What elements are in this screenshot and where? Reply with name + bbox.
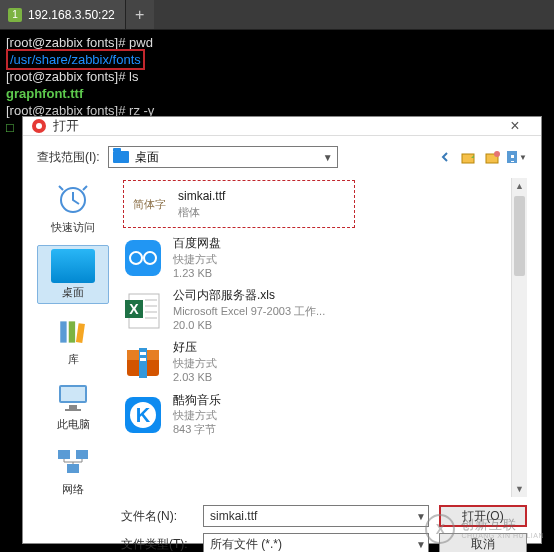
file-subtext: 2.03 KB xyxy=(173,370,217,384)
nav-newfolder-button[interactable] xyxy=(483,147,503,167)
file-subtext: 快捷方式 xyxy=(173,408,221,422)
watermark-logo-icon: X xyxy=(425,514,455,544)
terminal-file: graphfont.ttf xyxy=(6,86,83,101)
file-subtext: Microsoft Excel 97-2003 工作... xyxy=(173,304,325,318)
watermark-text: 创新互联 xyxy=(461,517,517,532)
svg-point-20 xyxy=(145,253,155,263)
file-name: simkai.ttf xyxy=(178,189,225,205)
svg-point-19 xyxy=(131,253,141,263)
file-name: 公司内部服务器.xls xyxy=(173,288,325,304)
file-item[interactable]: 百度网盘 快捷方式 1.23 KB xyxy=(121,232,523,284)
watermark-subtext: CHUANG XIN HU LIAN xyxy=(461,532,544,540)
terminal-cursor-line: □ xyxy=(6,120,14,135)
terminal-tab-bar: 1 192.168.3.50:22 + xyxy=(0,0,554,30)
terminal-cmd: pwd xyxy=(129,35,153,50)
file-subtext: 843 字节 xyxy=(173,422,221,436)
svg-rect-27 xyxy=(140,352,146,355)
places-sidebar: 快速访问 桌面 库 此电脑 网络 xyxy=(37,176,109,499)
chevron-down-icon: ▼ xyxy=(323,152,333,163)
svg-rect-15 xyxy=(67,464,79,473)
dialog-titlebar: 打开 × xyxy=(23,117,541,136)
file-subtext: 20.0 KB xyxy=(173,318,325,332)
haozip-icon xyxy=(123,342,163,382)
highlighted-path: /usr/share/zabbix/fonts xyxy=(6,49,145,70)
sidebar-quick-access[interactable]: 快速访问 xyxy=(37,180,109,237)
app-icon xyxy=(31,118,47,134)
file-subtext: 快捷方式 xyxy=(173,356,217,370)
svg-text:K: K xyxy=(136,404,151,426)
svg-rect-6 xyxy=(60,321,66,342)
scroll-thumb[interactable] xyxy=(514,196,525,276)
file-list-scrollbar[interactable]: ▲ ▼ xyxy=(511,178,527,497)
svg-rect-8 xyxy=(76,323,85,343)
nav-up-button[interactable] xyxy=(459,147,479,167)
lookin-value: 桌面 xyxy=(135,149,159,166)
filename-input[interactable]: simkai.ttf▼ xyxy=(203,505,429,527)
tab-title: 192.168.3.50:22 xyxy=(28,8,115,22)
svg-rect-13 xyxy=(58,450,70,459)
svg-rect-11 xyxy=(69,405,77,409)
filetype-dropdown[interactable]: 所有文件 (*.*)▼ xyxy=(203,533,429,552)
file-subtext: 1.23 KB xyxy=(173,266,221,280)
svg-rect-2 xyxy=(462,154,474,163)
svg-rect-12 xyxy=(65,409,81,411)
folder-icon xyxy=(113,151,129,163)
filetype-label: 文件类型(T): xyxy=(121,536,193,553)
svg-point-1 xyxy=(36,123,42,129)
file-item-simkai[interactable]: 简体字 simkai.ttf 楷体 xyxy=(123,180,355,228)
dialog-title: 打开 xyxy=(53,117,495,135)
filename-label: 文件名(N): xyxy=(121,508,193,525)
file-name: 好压 xyxy=(173,340,217,356)
file-subtext: 快捷方式 xyxy=(173,252,221,266)
svg-rect-14 xyxy=(76,450,88,459)
font-file-icon: 简体字 xyxy=(130,186,168,222)
svg-rect-28 xyxy=(140,358,146,361)
close-button[interactable]: × xyxy=(495,117,535,135)
sidebar-network[interactable]: 网络 xyxy=(37,442,109,499)
file-item[interactable]: 好压 快捷方式 2.03 KB xyxy=(121,336,523,388)
nav-back-button[interactable] xyxy=(435,147,455,167)
file-item[interactable]: K 酷狗音乐 快捷方式 843 字节 xyxy=(121,389,523,441)
scroll-down-button[interactable]: ▼ xyxy=(512,481,527,497)
svg-rect-7 xyxy=(69,321,75,342)
kugou-icon: K xyxy=(123,395,163,435)
nav-view-button[interactable]: ▼ xyxy=(507,147,527,167)
scroll-up-button[interactable]: ▲ xyxy=(512,178,527,194)
lookin-dropdown[interactable]: 桌面 ▼ xyxy=(108,146,338,168)
file-name: 酷狗音乐 xyxy=(173,393,221,409)
lookin-label: 查找范围(I): xyxy=(37,149,100,166)
terminal-tab[interactable]: 1 192.168.3.50:22 xyxy=(0,0,126,29)
file-list: 简体字 simkai.ttf 楷体 百度网盘 快捷方式 1.23 KB X xyxy=(117,176,527,499)
file-name: 百度网盘 xyxy=(173,236,221,252)
new-tab-button[interactable]: + xyxy=(126,0,154,29)
sidebar-libraries[interactable]: 库 xyxy=(37,312,109,369)
file-subtext: 楷体 xyxy=(178,205,225,219)
tab-status-icon: 1 xyxy=(8,8,22,22)
watermark: X 创新互联 CHUANG XIN HU LIAN xyxy=(425,514,544,544)
baidu-icon xyxy=(123,238,163,278)
svg-rect-10 xyxy=(61,387,85,401)
sidebar-this-pc[interactable]: 此电脑 xyxy=(37,377,109,434)
terminal-prompt: [root@zabbix fonts]# xyxy=(6,69,129,84)
file-open-dialog: 打开 × 查找范围(I): 桌面 ▼ ▼ 快速访问 xyxy=(22,116,542,544)
sidebar-desktop[interactable]: 桌面 xyxy=(37,245,109,304)
excel-file-icon: X xyxy=(123,290,163,330)
terminal-cmd: ls xyxy=(129,69,138,84)
file-item[interactable]: X 公司内部服务器.xls Microsoft Excel 97-2003 工作… xyxy=(121,284,523,336)
svg-point-4 xyxy=(494,151,500,157)
terminal-prompt: [root@zabbix fonts]# xyxy=(6,35,129,50)
svg-text:X: X xyxy=(129,301,139,317)
